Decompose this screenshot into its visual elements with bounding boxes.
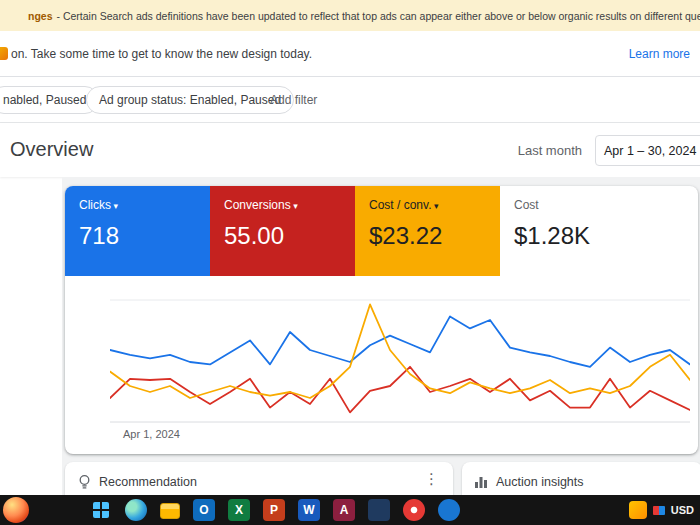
scorecards: Clicks ▾718Conversions ▾55.00Cost / conv… <box>65 186 698 276</box>
taskbar-widget-icon[interactable] <box>3 497 29 523</box>
scorecard-clicks[interactable]: Clicks ▾718 <box>65 186 210 276</box>
file-explorer-icon[interactable] <box>160 503 180 519</box>
taskbar-pinned-icons: OXPWA <box>90 499 460 521</box>
recommendation-card-title: Recommendation <box>99 475 197 489</box>
chart-svg <box>110 298 690 426</box>
notice-title-fragment: nges <box>28 10 53 22</box>
date-range-label: Last month <box>518 143 582 158</box>
redesign-text: on. Take some time to get to know the ne… <box>11 47 312 61</box>
app-icon-blue[interactable] <box>438 499 460 521</box>
windows-taskbar: OXPWA USD <box>0 495 700 525</box>
redesign-banner: on. Take some time to get to know the ne… <box>0 31 700 77</box>
app-icon-navy[interactable] <box>368 499 390 521</box>
bar-chart-icon <box>474 474 488 493</box>
add-filter-button[interactable]: Add filter <box>270 93 317 107</box>
scorecard-label[interactable]: Clicks ▾ <box>65 186 210 212</box>
app-icon-red[interactable] <box>403 499 425 521</box>
chart-line-conversions <box>110 367 690 413</box>
word-icon[interactable]: W <box>298 499 320 521</box>
chart-x-axis-label: Apr 1, 2024 <box>123 428 180 440</box>
more-options-icon[interactable]: ⋮ <box>424 470 439 488</box>
scorecard-cost-conv[interactable]: Cost / conv. ▾$23.22 <box>355 186 500 276</box>
chart-line-clicks <box>110 316 690 366</box>
ad-group-status-chip[interactable]: Ad group status: Enabled, Paused <box>86 86 294 114</box>
scorecard-value: 55.00 <box>210 212 355 250</box>
overview-metrics-card: Clicks ▾718Conversions ▾55.00Cost / conv… <box>65 186 698 454</box>
notice-text: - Certain Search ads definitions have be… <box>57 10 700 22</box>
date-range-picker[interactable]: Apr 1 – 30, 2024 ▾ <box>595 135 700 166</box>
taskbar-tray: USD <box>629 495 694 525</box>
dropdown-caret-icon: ▾ <box>111 201 118 211</box>
outlook-icon[interactable]: O <box>193 499 215 521</box>
scorecard-label[interactable]: Conversions ▾ <box>210 186 355 212</box>
lightbulb-icon <box>77 474 92 495</box>
start-icon[interactable] <box>93 502 109 518</box>
edge-icon[interactable] <box>125 499 147 521</box>
currency-label[interactable]: USD <box>671 504 694 516</box>
page-title: Overview <box>10 138 93 161</box>
flag-badge-icon <box>653 506 665 515</box>
dropdown-caret-icon: ▾ <box>291 201 298 211</box>
scorecard-value: $1.28K <box>500 212 645 250</box>
scorecard-label[interactable]: Cost <box>500 186 645 212</box>
currency-widget-icon[interactable] <box>629 501 647 519</box>
scorecard-value: 718 <box>65 212 210 250</box>
date-range-value: Apr 1 – 30, 2024 <box>604 144 696 158</box>
scorecard-label[interactable]: Cost / conv. ▾ <box>355 186 500 212</box>
scorecard-conversions[interactable]: Conversions ▾55.00 <box>210 186 355 276</box>
dropdown-caret-icon: ▾ <box>431 201 438 211</box>
scorecard-value: $23.22 <box>355 212 500 250</box>
announcement-icon <box>0 47 8 60</box>
scorecard-cost[interactable]: Cost$1.28K <box>500 186 645 276</box>
auction-insights-card-title: Auction insights <box>496 475 584 489</box>
powerpoint-icon[interactable]: P <box>263 499 285 521</box>
excel-icon[interactable]: X <box>228 499 250 521</box>
page-header: Overview Last month Apr 1 – 30, 2024 ▾ <box>0 123 700 177</box>
chart-line-cost-conv- <box>110 304 690 398</box>
performance-chart[interactable] <box>110 298 690 426</box>
campaign-status-chip[interactable]: nabled, Paused <box>0 86 99 114</box>
notice-banner: nges - Certain Search ads definitions ha… <box>0 0 700 31</box>
learn-more-link[interactable]: Learn more <box>629 47 690 61</box>
filter-bar: nabled, Paused Ad group status: Enabled,… <box>0 77 700 123</box>
google-ads-screen: nges - Certain Search ads definitions ha… <box>0 0 700 525</box>
access-icon[interactable]: A <box>333 499 355 521</box>
